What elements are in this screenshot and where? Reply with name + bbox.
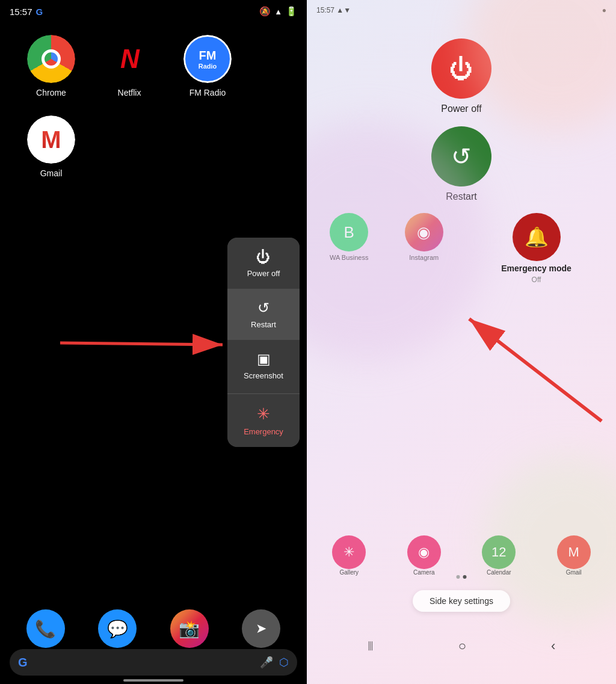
- gallery-label: Gallery: [314, 569, 384, 576]
- instagram-app-icon: ◉: [405, 213, 443, 251]
- fm-sub-text: Radio: [199, 63, 217, 70]
- back-button[interactable]: ‹: [551, 638, 555, 654]
- calendar-app[interactable]: 12 Calendar: [464, 535, 534, 576]
- side-key-settings-button[interactable]: Side key settings: [413, 590, 510, 612]
- emergency-mode-label: Emergency mode: [501, 263, 571, 273]
- power-menu-bottom: ✳ Emergency: [227, 393, 300, 447]
- dot-1: [457, 575, 460, 579]
- instagram-icon: 📸: [179, 619, 200, 639]
- emergency-button[interactable]: ✳ Emergency: [227, 394, 300, 447]
- side-key-settings-label: Side key settings: [430, 596, 493, 606]
- app-grid: Chrome N Netflix FM Radio FM Radio M: [0, 23, 307, 196]
- power-off-button[interactable]: ⏻ Power off: [227, 238, 300, 289]
- search-bar[interactable]: G 🎤 ⬡: [10, 649, 297, 676]
- left-panel: 15:57 G 🔕 ▲ 🔋 Chrome N Netflix: [0, 0, 307, 684]
- battery-icon: 🔋: [286, 6, 297, 17]
- power-off-icon: ⏻: [256, 248, 271, 265]
- mute-icon: 🔕: [259, 6, 271, 17]
- time-display: 15:57: [10, 7, 32, 17]
- status-icons: 🔕 ▲ 🔋: [259, 6, 297, 17]
- page-dots: [457, 575, 467, 579]
- restart-button[interactable]: ↺ Restart: [227, 289, 300, 340]
- chrome-label: Chrome: [36, 88, 66, 97]
- fm-label: FM Radio: [189, 88, 226, 97]
- google-g-icon: G: [18, 656, 28, 670]
- chrome-inner: [42, 49, 61, 69]
- fm-icon-wrap: FM Radio: [183, 35, 232, 83]
- emergency-mode-icon: 🔔: [513, 213, 561, 261]
- camera-icon: ◉: [407, 535, 441, 569]
- screenshot-button[interactable]: ▣ Screenshot: [227, 340, 300, 391]
- netflix-icon: N: [105, 35, 153, 83]
- signal-icon: ▲: [274, 7, 282, 16]
- calendar-label: Calendar: [464, 569, 534, 576]
- google-lens-icon[interactable]: ⬡: [279, 656, 289, 669]
- phone-icon: 📞: [35, 619, 56, 639]
- app-item-fm[interactable]: FM Radio FM Radio: [168, 35, 247, 97]
- screenshot-label: Screenshot: [244, 371, 283, 380]
- gmail-right-label: Gmail: [539, 569, 609, 576]
- restart-icon: ↺: [257, 300, 270, 316]
- gmail-right-app[interactable]: M Gmail: [539, 535, 609, 576]
- right-panel: 15:57 ▲▼ ● ⏻ Power off ↺ Restart: [307, 0, 616, 684]
- recent-apps-button[interactable]: ⫴: [368, 638, 374, 654]
- gmail-m-letter: M: [41, 126, 61, 153]
- fm-radio-icon: FM Radio: [183, 35, 232, 83]
- camera-label: Camera: [389, 569, 460, 576]
- camera-app[interactable]: ◉ Camera: [389, 535, 460, 576]
- dock-extra-button[interactable]: ➤: [242, 609, 280, 648]
- screenshot-icon: ▣: [257, 351, 271, 368]
- bottom-row-icons: ✳ Gallery ◉ Camera 12 Calendar M Gmail: [307, 535, 616, 576]
- dock-messages-button[interactable]: 💬: [98, 609, 137, 648]
- right-time: 15:57 ▲▼: [316, 6, 351, 14]
- restart-label: Restart: [251, 320, 276, 329]
- chrome-icon: [27, 35, 75, 83]
- messages-icon: 💬: [107, 619, 128, 639]
- gmail-icon: M: [27, 116, 75, 164]
- app-item-gmail[interactable]: M Gmail: [12, 116, 90, 178]
- microphone-icon[interactable]: 🎤: [260, 656, 273, 669]
- emergency-label: Emergency: [244, 427, 283, 436]
- svg-line-3: [469, 319, 602, 421]
- netflix-icon-wrap: N: [105, 35, 153, 83]
- google-indicator: G: [36, 7, 43, 17]
- gallery-icon: ✳: [332, 535, 366, 569]
- gallery-app[interactable]: ✳ Gallery: [314, 535, 384, 576]
- extra-icon: ➤: [256, 621, 266, 636]
- home-indicator: [123, 679, 183, 682]
- emergency-icon: ✳: [257, 405, 270, 424]
- gmail-label: Gmail: [40, 168, 63, 178]
- chrome-icon-wrap: [27, 35, 75, 83]
- wa-business-icon: B: [330, 213, 368, 251]
- fm-big-text: FM: [199, 49, 217, 63]
- bottom-dock: 📞 💬 📸 ➤: [0, 609, 307, 648]
- gmail-icon-wrap: M: [27, 116, 75, 164]
- home-button[interactable]: ○: [458, 638, 466, 654]
- dot-2: [463, 575, 467, 579]
- dock-phone-button[interactable]: 📞: [26, 609, 65, 648]
- power-menu-top: ⏻ Power off ↺ Restart ▣ Screenshot: [227, 238, 300, 391]
- dock-instagram-button[interactable]: 📸: [170, 609, 209, 648]
- svg-line-1: [60, 343, 223, 345]
- app-item-netflix[interactable]: N Netflix: [90, 35, 168, 97]
- power-off-label: Power off: [247, 269, 280, 278]
- right-bottom-nav: ⫴ ○ ‹: [307, 638, 616, 654]
- gmail-right-icon: M: [557, 535, 591, 569]
- app-item-chrome[interactable]: Chrome: [12, 35, 90, 97]
- status-bar-left: 15:57 G 🔕 ▲ 🔋: [0, 0, 307, 23]
- emergency-mode-sub: Off: [532, 276, 541, 284]
- power-off-card-label: Power off: [441, 103, 481, 114]
- netflix-label: Netflix: [118, 88, 141, 97]
- power-menu: ⏻ Power off ↺ Restart ▣ Screenshot ✳ Eme…: [227, 238, 300, 447]
- calendar-icon: 12: [482, 535, 516, 569]
